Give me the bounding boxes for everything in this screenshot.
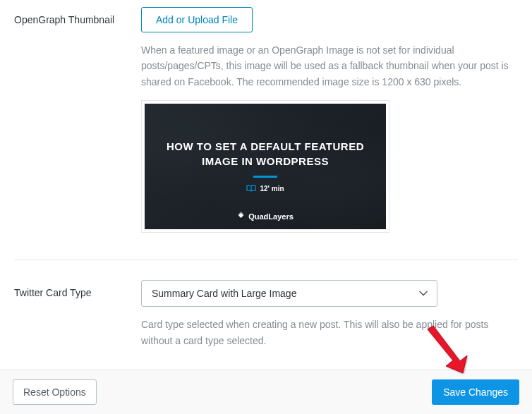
opengraph-section: OpenGraph Thumbnail Add or Upload File W…	[0, 0, 532, 247]
twitter-label: Twitter Card Type	[14, 280, 141, 348]
book-icon	[246, 183, 256, 194]
section-divider	[14, 260, 518, 260]
upload-file-button[interactable]: Add or Upload File	[141, 7, 253, 32]
opengraph-label: OpenGraph Thumbnail	[14, 7, 141, 233]
twitter-card-select[interactable]	[141, 280, 437, 307]
arrow-annotation	[426, 322, 476, 379]
twitter-select-wrapper	[141, 280, 437, 307]
thumbnail-readtime: 12' min	[246, 183, 284, 194]
reset-options-button[interactable]: Reset Options	[13, 379, 97, 405]
thumbnail-image: HOW TO SET A DEFAULT FEATURED IMAGE IN W…	[145, 104, 386, 229]
thumbnail-divider	[253, 176, 277, 178]
opengraph-description: When a featured image or an OpenGraph Im…	[141, 42, 518, 90]
brand-icon	[237, 212, 245, 221]
thumbnail-title: HOW TO SET A DEFAULT FEATURED IMAGE IN W…	[145, 139, 385, 169]
save-changes-button[interactable]: Save Changes	[432, 379, 519, 405]
opengraph-content: Add or Upload File When a featured image…	[141, 7, 518, 233]
thumbnail-brand: QuadLayers	[145, 212, 386, 221]
thumbnail-preview[interactable]: HOW TO SET A DEFAULT FEATURED IMAGE IN W…	[141, 100, 389, 233]
